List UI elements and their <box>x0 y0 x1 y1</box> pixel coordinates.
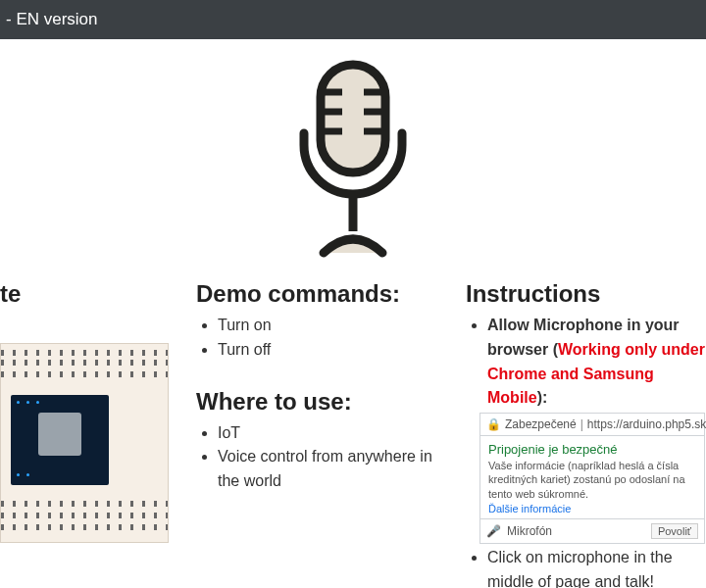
mic-icon: 🎤 <box>486 524 501 538</box>
list-item: IoT <box>218 421 436 446</box>
list-item: Click on microphone in the middle of pag… <box>487 546 706 588</box>
instructions-list: Allow Microphone in your browser (Workin… <box>487 314 706 411</box>
list-item: Voice control from anywhere in the world <box>218 445 436 494</box>
list-item: Turn off <box>218 338 436 363</box>
connection-secure-desc: Vaše informácie (napríklad heslá a čísla… <box>488 459 696 501</box>
permission-url-bar: 🔒 Zabezpečené | https://arduino.php5.sk <box>480 414 704 436</box>
demo-commands-list: Turn on Turn off <box>218 314 436 363</box>
lock-icon: 🔒 <box>486 417 501 431</box>
connection-secure-title: Pripojenie je bezpečné <box>488 442 696 457</box>
url-text: https://arduino.php5.sk <box>587 417 706 431</box>
microphone-hero <box>0 39 706 267</box>
demo-commands-heading: Demo commands: <box>196 280 436 308</box>
where-to-use-heading: Where to use: <box>196 388 436 416</box>
board-photo <box>0 343 169 543</box>
svg-rect-0 <box>321 65 385 172</box>
top-bar: - EN version <box>0 0 706 39</box>
list-item: Allow Microphone in your browser (Workin… <box>487 314 706 411</box>
list-item: Turn on <box>218 314 436 338</box>
mic-label: Mikrofón <box>507 524 552 538</box>
instructions-list-cont: Click on microphone in the middle of pag… <box>487 546 706 588</box>
allow-button[interactable]: Povoliť <box>651 523 698 539</box>
more-info-link[interactable]: Ďalšie informácie <box>488 503 696 514</box>
instructions-heading: Instructions <box>466 280 706 308</box>
permission-popup: 🔒 Zabezpečené | https://arduino.php5.sk … <box>479 413 705 544</box>
where-to-use-list: IoT Voice control from anywhere in the w… <box>218 421 436 494</box>
microphone-icon[interactable] <box>270 57 436 263</box>
left-heading: te <box>0 280 172 308</box>
secure-label: Zabezpečené <box>505 417 577 431</box>
page-title: - EN version <box>0 10 98 29</box>
